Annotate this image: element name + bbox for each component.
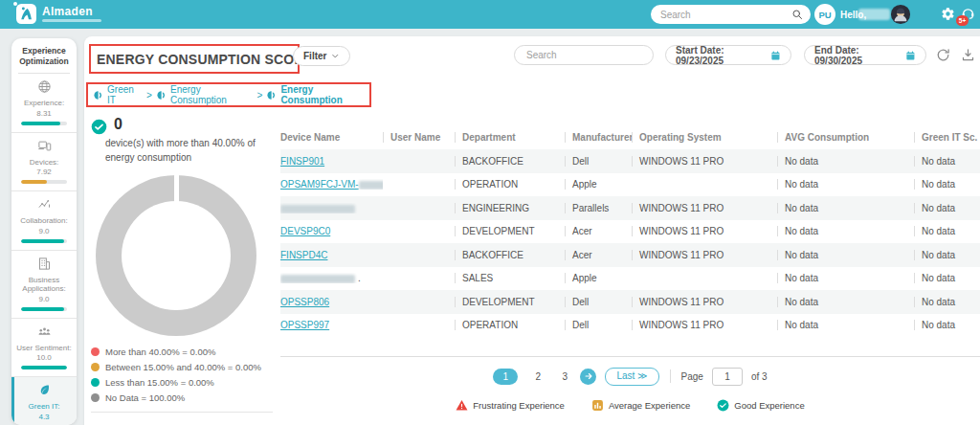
sidebar-item-user-sentiment[interactable]: User Sentiment:10.0: [11, 318, 77, 377]
sidebar-item-value: 9.0: [15, 295, 73, 303]
calendar-icon: [770, 50, 781, 61]
page-of-label: of 3: [751, 371, 768, 382]
avg-consumption-cell: No data: [777, 273, 914, 283]
refresh-icon[interactable]: [936, 48, 950, 62]
donut-gap: [174, 175, 179, 204]
avg-consumption-cell: No data: [777, 226, 914, 236]
sidebar-item-devices[interactable]: Devices:7.92: [11, 132, 77, 191]
chevron-down-icon: [331, 52, 340, 60]
sidebar-item-label: User Sentiment:: [15, 344, 73, 353]
manufacturer-cell: Dell: [565, 320, 632, 330]
warning-triangle-icon: [456, 399, 468, 412]
os-cell: WINDOWS 11 PRO: [632, 297, 777, 307]
score-progress-bar: [21, 180, 67, 184]
device-link[interactable]: FINSP901: [280, 156, 324, 167]
page-button-3[interactable]: 3: [558, 371, 571, 382]
table-row: DEVSP9C0DEVELOPMENTAcerWINDOWS 11 PRONo …: [280, 220, 980, 244]
annotation-box-breadcrumb: Green IT>Energy Consumption>Energy Consu…: [86, 82, 371, 107]
score-progress-bar: [21, 307, 67, 311]
header-search-input[interactable]: [658, 9, 791, 21]
check-circle-icon: [91, 119, 107, 135]
sidebar-item-value: 8.31: [15, 109, 73, 118]
device-link[interactable]: OPSAM9FCJ-VM-: [280, 179, 359, 190]
page-number-input[interactable]: [712, 368, 743, 386]
green-score-cell: No data: [914, 156, 980, 167]
summary-count: 0: [114, 116, 122, 133]
department-cell: ENGINEERING: [455, 203, 565, 213]
experience-legend-item: Good Experience: [717, 399, 804, 412]
avg-consumption-cell: No data: [777, 203, 914, 213]
start-date-button[interactable]: Start Date: 09/23/2025: [665, 45, 791, 65]
breadcrumb-node-icon: [94, 90, 103, 101]
brand-name[interactable]: Almaden: [42, 5, 93, 18]
sidebar-item-value: 9.0: [15, 227, 73, 235]
table-row: OPSAM9FCJ-VM-OPERATIONAppleNo dataNo dat…: [280, 173, 980, 197]
column-header: Department: [455, 132, 565, 143]
user-initials-badge[interactable]: PU: [814, 4, 835, 25]
sidebar-item-label: Collaboration:: [15, 216, 73, 226]
almaden-logo-icon[interactable]: [16, 4, 36, 24]
header-search[interactable]: [651, 5, 811, 24]
device-link[interactable]: FINSPD4C: [280, 250, 327, 260]
device-link[interactable]: DEVSP9C0: [280, 226, 330, 236]
breadcrumb-item[interactable]: Green IT: [94, 84, 142, 105]
sidebar-item-value: 7.92: [15, 168, 73, 176]
device-name-cell: .: [280, 273, 383, 283]
device-link[interactable]: OPSSP997: [280, 320, 329, 330]
manufacturer-cell: Dell: [565, 297, 632, 307]
table-header: Device NameUser NameDepartmentManufactur…: [280, 124, 980, 149]
avg-consumption-cell: No data: [777, 250, 914, 260]
donut-legend: More than 40.00% = 0.00%Between 15.00% a…: [91, 344, 261, 405]
device-name-cell: OPSAM9FCJ-VM-: [280, 179, 383, 190]
experience-legend-item: Average Experience: [591, 399, 690, 412]
gear-icon[interactable]: [941, 7, 955, 21]
device-name-cell: [280, 203, 383, 213]
calendar-icon: [905, 50, 916, 61]
download-icon[interactable]: [961, 48, 975, 62]
page-button-1[interactable]: 1: [493, 369, 518, 385]
collaboration-icon: [37, 197, 52, 212]
os-cell: WINDOWS 11 PRO: [632, 320, 777, 330]
sidebar: Experience Optimization Experience:8.31D…: [11, 38, 77, 425]
last-page-button[interactable]: Last ≫: [605, 368, 658, 386]
table-row: FINSPD4CBACKOFFICEAcerWINDOWS 11 PRONo d…: [280, 243, 980, 267]
sidebar-item-value: 10.0: [15, 353, 73, 362]
sidebar-item-green-it[interactable]: Green IT:4.3: [11, 376, 77, 425]
column-header: Green IT Sc.: [914, 132, 980, 143]
breadcrumb-item[interactable]: Energy Consumption: [157, 84, 253, 105]
start-date-label: Start Date: 09/23/2025: [676, 45, 765, 66]
department-cell: OPERATION: [455, 179, 565, 190]
column-header: Device Name: [280, 132, 383, 143]
manufacturer-cell: Acer: [565, 250, 632, 260]
end-date-button[interactable]: End Date: 09/30/2025: [804, 45, 926, 65]
legend-item: No Data = 100.00%: [91, 390, 261, 405]
sidebar-item-collaboration[interactable]: Collaboration:9.0: [11, 190, 77, 250]
sidebar-item-business-applications[interactable]: Business Applications:9.0: [11, 250, 77, 318]
breadcrumb-separator: >: [146, 90, 152, 101]
manufacturer-cell: Parallels: [565, 203, 632, 213]
device-link[interactable]: OPSSP806: [280, 297, 329, 307]
user-avatar[interactable]: [890, 4, 911, 25]
department-cell: DEVELOPMENT: [455, 226, 565, 236]
notification-badge[interactable]: 5+: [956, 15, 969, 26]
page-button-2[interactable]: 2: [531, 371, 545, 382]
breadcrumb-node-icon: [157, 90, 167, 101]
column-header: Operating System: [632, 132, 777, 143]
device-name-cell: FINSP901: [280, 156, 383, 167]
os-cell: WINDOWS 11 PRO: [632, 156, 777, 167]
experience-legend-item: Frustrating Experience: [456, 399, 565, 412]
manufacturer-cell: Dell: [565, 156, 632, 167]
manufacturer-cell: Apple: [565, 273, 632, 283]
breadcrumb-item[interactable]: Energy Consumption: [267, 84, 369, 105]
search-icon[interactable]: [791, 9, 803, 20]
table-search[interactable]: [514, 45, 654, 65]
experience-legend: Frustrating ExperienceAverage Experience…: [280, 399, 980, 412]
breadcrumb-node-icon: [267, 90, 277, 101]
next-page-button[interactable]: [580, 369, 596, 385]
avg-consumption-cell: No data: [777, 179, 914, 190]
table-search-input[interactable]: [524, 49, 655, 61]
filter-button[interactable]: Filter: [293, 46, 350, 66]
green-score-cell: No data: [914, 273, 980, 283]
sidebar-item-experience[interactable]: Experience:8.31: [11, 74, 77, 132]
redacted-text: [359, 181, 383, 190]
